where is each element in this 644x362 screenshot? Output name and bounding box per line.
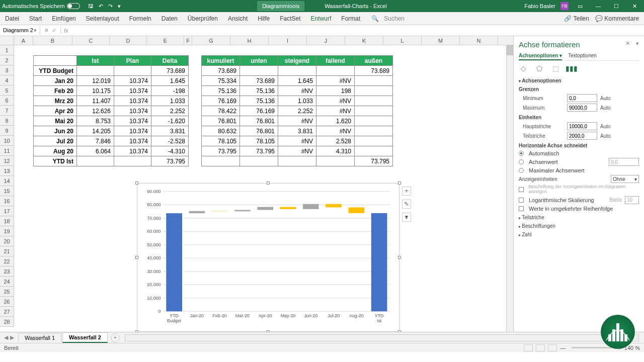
tab-ueberpruefen[interactable]: Überprüfen (183, 15, 223, 22)
chart-filter-button[interactable]: ▼ (402, 213, 411, 222)
tab-seitenlayout[interactable]: Seitenlayout (81, 15, 124, 22)
auto-min[interactable]: Auto (600, 96, 611, 101)
column-header[interactable]: B (33, 36, 72, 45)
ribbon-options-icon[interactable]: ▭ (574, 0, 587, 12)
row-header[interactable]: 19 (0, 226, 14, 236)
column-header[interactable]: A (14, 36, 33, 45)
panel-close-icon[interactable]: ✕ (625, 40, 630, 47)
check-reverse[interactable]: Werte in umgekehrter Reihenfolge (519, 206, 639, 212)
chart-elements-button[interactable]: + (402, 187, 411, 196)
tab-datei[interactable]: Datei (0, 15, 24, 22)
maximum-input[interactable] (567, 104, 597, 112)
vertical-scrollbar[interactable] (506, 45, 513, 332)
add-sheet-button[interactable]: + (111, 333, 120, 342)
auto-major[interactable]: Auto (600, 124, 611, 129)
save-icon[interactable]: 🖫 (88, 3, 94, 10)
minor-unit-input[interactable] (567, 132, 597, 140)
page-break-view-button[interactable] (548, 344, 557, 351)
row-header[interactable]: 1 (0, 45, 14, 55)
maximize-button[interactable]: ☐ (610, 0, 623, 12)
column-header[interactable]: K (345, 36, 383, 45)
effects-icon[interactable]: ⬠ (535, 64, 544, 73)
row-header[interactable]: 22 (0, 256, 14, 266)
radio-auto[interactable]: Automatisch (519, 150, 639, 156)
row-header[interactable]: 24 (0, 277, 14, 287)
tab-formeln[interactable]: Formeln (124, 15, 156, 22)
minimum-input[interactable] (567, 94, 597, 102)
search-icon[interactable]: 🔍 (371, 15, 379, 22)
tab-start[interactable]: Start (24, 15, 47, 22)
column-header[interactable]: D (110, 36, 147, 45)
column-header[interactable]: H (230, 36, 269, 45)
panel-tab-axis-options[interactable]: Achsenoptionen ▾ (519, 52, 562, 60)
column-header[interactable]: L (383, 36, 422, 45)
sheet-tab-1[interactable]: Wasserfall 1 (18, 333, 61, 342)
auto-max[interactable]: Auto (600, 105, 611, 111)
user-name[interactable]: Fabio Basler (524, 3, 555, 9)
share-button[interactable]: 🔗 Teilen (564, 15, 589, 22)
sheet-tab-2[interactable]: Wasserfall 2 (62, 332, 108, 343)
column-header[interactable]: F (184, 36, 192, 45)
chart-object[interactable]: + ✎ ▼ 010.00020.00030.00040.00050.00060.… (137, 183, 399, 332)
row-header[interactable]: 15 (0, 186, 14, 196)
row-header[interactable]: 11 (0, 146, 14, 156)
fx-icon[interactable]: fx (61, 28, 68, 34)
check-log-scale[interactable]: Logarithmische SkalierungBasis (519, 196, 639, 204)
section-labels[interactable]: Beschriftungen (519, 223, 639, 229)
radio-max-axis[interactable]: Maximaler Achsenwert (519, 167, 639, 173)
tab-daten[interactable]: Daten (156, 15, 183, 22)
enter-formula-icon[interactable]: ✓ (52, 27, 56, 34)
row-header[interactable]: 27 (0, 307, 14, 317)
column-header[interactable]: C (72, 36, 110, 45)
name-box[interactable]: Diagramm 2▾ (0, 26, 40, 35)
row-header[interactable]: 12 (0, 156, 14, 166)
row-header[interactable]: 21 (0, 246, 14, 256)
row-header[interactable]: 20 (0, 236, 14, 246)
chart-styles-button[interactable]: ✎ (402, 200, 411, 209)
comments-button[interactable]: 💬 Kommentare (595, 15, 639, 22)
minimize-button[interactable]: — (592, 0, 605, 12)
row-header[interactable]: 7 (0, 106, 14, 116)
row-header[interactable]: 5 (0, 85, 14, 96)
data-table-2[interactable]: kumuliertuntensteigendfallendaußen73.689… (201, 55, 393, 166)
axis-value-input[interactable] (609, 158, 639, 166)
tab-format[interactable]: Format (336, 15, 365, 22)
close-button[interactable]: ✕ (628, 0, 641, 12)
row-header[interactable]: 26 (0, 297, 14, 307)
row-header[interactable]: 14 (0, 176, 14, 186)
column-header[interactable]: N (460, 36, 498, 45)
major-unit-input[interactable] (567, 122, 597, 130)
tab-entwurf[interactable]: Entwurf (306, 15, 337, 22)
fill-line-icon[interactable]: ◇ (519, 64, 528, 73)
autosave-toggle[interactable]: Automatisches Speichern (2, 3, 80, 9)
axis-options-icon[interactable]: ▮▮▮ (567, 64, 576, 73)
row-header[interactable]: 23 (0, 266, 14, 277)
section-tickmarks[interactable]: Teilstriche (519, 215, 639, 220)
formula-input[interactable] (68, 30, 644, 32)
row-header[interactable]: 28 (0, 317, 14, 327)
horizontal-scrollbar[interactable] (125, 334, 639, 341)
row-header[interactable]: 17 (0, 206, 14, 216)
row-header[interactable]: 3 (0, 65, 14, 75)
auto-minor[interactable]: Auto (600, 133, 611, 139)
row-header[interactable]: 4 (0, 75, 14, 85)
sheet-prev-icon[interactable]: ◀ (4, 334, 8, 341)
user-avatar[interactable]: FB (560, 2, 569, 10)
row-header[interactable]: 10 (0, 136, 14, 146)
zoom-out-button[interactable]: — (560, 345, 566, 351)
sheet-next-icon[interactable]: ▶ (10, 334, 14, 341)
worksheet[interactable]: ABCDEFGHIJKLMN 1234567891011121314151617… (0, 36, 513, 332)
search-field[interactable]: Suchen (379, 15, 410, 22)
tab-ansicht[interactable]: Ansicht (223, 15, 253, 22)
row-header[interactable]: 2 (0, 55, 14, 65)
panel-tab-text-options[interactable]: Textoptionen (568, 52, 597, 60)
section-axis-options[interactable]: Achsenoptionen (519, 78, 639, 83)
data-table-1[interactable]: IstPlanDeltaYTD Budget73.689Jan 2012.019… (33, 55, 189, 166)
column-header[interactable]: M (422, 36, 460, 45)
column-header[interactable]: J (307, 36, 345, 45)
row-header[interactable]: 13 (0, 166, 14, 176)
section-number[interactable]: Zahl (519, 232, 639, 237)
page-layout-view-button[interactable] (536, 344, 545, 351)
redo-icon[interactable]: ↷ (108, 3, 113, 10)
row-header[interactable]: 25 (0, 287, 14, 297)
